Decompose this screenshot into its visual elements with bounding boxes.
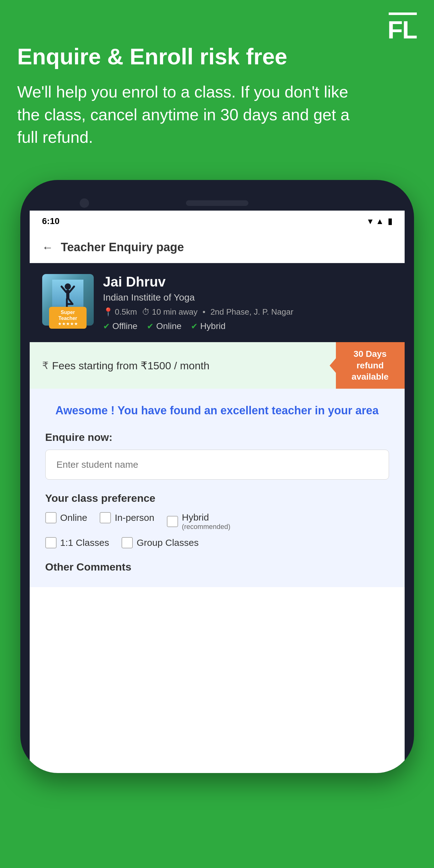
logo-text: FL [388, 18, 417, 42]
phone-speaker [186, 200, 248, 206]
logo-bar [389, 12, 417, 15]
refund-days: 30 Days [354, 348, 387, 360]
nav-bar: ← Teacher Enquiry page [30, 232, 405, 263]
clock-icon: ⏱ [142, 307, 150, 317]
top-section: FL Enquire & Enroll risk free We'll help… [0, 0, 434, 161]
recommended-tag: (recommended) [182, 523, 230, 531]
check-icon-offline: ✔ [103, 321, 110, 331]
svg-point-1 [65, 283, 71, 290]
super-teacher-badge: Super Teacher ★★★★★ [49, 307, 87, 329]
checkbox-label-one-one: 1:1 Classes [60, 537, 110, 548]
back-button[interactable]: ← [42, 241, 54, 254]
status-icons: ▾ ▲ ▮ [368, 217, 392, 226]
badge-text: Super Teacher [53, 309, 83, 321]
checkbox-label-hybrid: Hybrid (recommended) [182, 512, 230, 531]
checkbox-one-one[interactable]: 1:1 Classes [45, 537, 110, 548]
check-icon-hybrid: ✔ [191, 321, 198, 331]
refund-text: refund [356, 360, 384, 371]
checkbox-label-group: Group Classes [136, 537, 198, 548]
refund-available: available [351, 371, 389, 382]
phone-screen: 6:10 ▾ ▲ ▮ ← Teacher Enquiry page [30, 211, 405, 773]
checkbox-row-2: 1:1 Classes Group Classes [45, 537, 389, 548]
page-title: Teacher Enquiry page [61, 241, 184, 254]
status-bar: 6:10 ▾ ▲ ▮ [30, 211, 405, 232]
logo-container: FL [388, 12, 417, 42]
teacher-info: Jai Dhruv Indian Institite of Yoga 📍 0.5… [103, 274, 392, 331]
enquire-label: Enquire now: [45, 431, 389, 443]
teacher-banner: Super Teacher ★★★★★ Jai Dhruv Indian Ins… [30, 263, 405, 342]
phone-wrapper: 6:10 ▾ ▲ ▮ ← Teacher Enquiry page [0, 161, 434, 773]
svg-rect-2 [66, 290, 69, 299]
checkbox-box-one-one[interactable] [45, 537, 57, 548]
checkbox-box-group[interactable] [122, 537, 133, 548]
phone-camera [80, 198, 89, 208]
student-name-input[interactable] [45, 450, 389, 479]
awesome-text: Awesome ! You have found an excellent te… [45, 403, 389, 418]
teacher-name: Jai Dhruv [103, 274, 392, 290]
wifi-icon: ▾ [368, 217, 372, 226]
checkbox-online[interactable]: Online [45, 512, 88, 523]
checkbox-label-online: Online [60, 513, 88, 523]
refund-arrow [330, 354, 339, 376]
location-distance: 📍 0.5km [103, 307, 137, 317]
teacher-school: Indian Institite of Yoga [103, 292, 392, 303]
checkbox-box-online[interactable] [45, 512, 57, 523]
phone-frame: 6:10 ▾ ▲ ▮ ← Teacher Enquiry page [20, 180, 414, 773]
location-area: 2nd Phase, J. P. Nagar [210, 307, 293, 317]
teacher-location: 📍 0.5km ⏱ 10 min away • 2nd Phase, J. P.… [103, 307, 392, 317]
headline: Enquire & Enroll risk free [17, 44, 417, 70]
mode-offline: ✔ Offline [103, 321, 137, 331]
signal-icon: ▲ [376, 217, 384, 226]
dot-sep: • [203, 307, 205, 317]
checkbox-row-1: Online In-person Hybrid (recommended) [45, 512, 389, 531]
checkbox-box-hybrid[interactable] [167, 516, 178, 527]
preference-label: Your class preference [45, 492, 389, 504]
checkbox-hybrid[interactable]: Hybrid (recommended) [167, 512, 230, 531]
checkbox-label-inperson: In-person [115, 513, 154, 523]
location-time: ⏱ 10 min away [142, 307, 197, 317]
check-icon-online: ✔ [147, 321, 154, 331]
teacher-avatar-container: Super Teacher ★★★★★ [42, 274, 94, 326]
teacher-modes: ✔ Offline ✔ Online ✔ Hybrid [103, 321, 392, 331]
fees-text: ₹ Fees starting from ₹1500 / month [30, 342, 336, 389]
enquiry-section: Awesome ! You have found an excellent te… [30, 389, 405, 587]
checkbox-box-inperson[interactable] [100, 512, 111, 523]
location-pin-icon: 📍 [103, 307, 113, 317]
mode-hybrid: ✔ Hybrid [191, 321, 226, 331]
mode-online: ✔ Online [147, 321, 182, 331]
rupee-icon: ₹ [42, 360, 49, 372]
status-time: 6:10 [42, 216, 60, 226]
checkbox-inperson[interactable]: In-person [100, 512, 154, 523]
battery-icon: ▮ [388, 217, 392, 226]
checkbox-group[interactable]: Group Classes [122, 537, 198, 548]
refund-badge: 30 Days refund available [336, 342, 405, 389]
subheadline: We'll help you enrol to a class. If you … [17, 81, 361, 149]
phone-notch [30, 195, 405, 211]
badge-stars: ★★★★★ [53, 321, 83, 326]
fees-section: ₹ Fees starting from ₹1500 / month 30 Da… [30, 342, 405, 389]
other-comments-label: Other Comments [45, 561, 389, 573]
fees-amount: Fees starting from ₹1500 / month [52, 359, 210, 372]
